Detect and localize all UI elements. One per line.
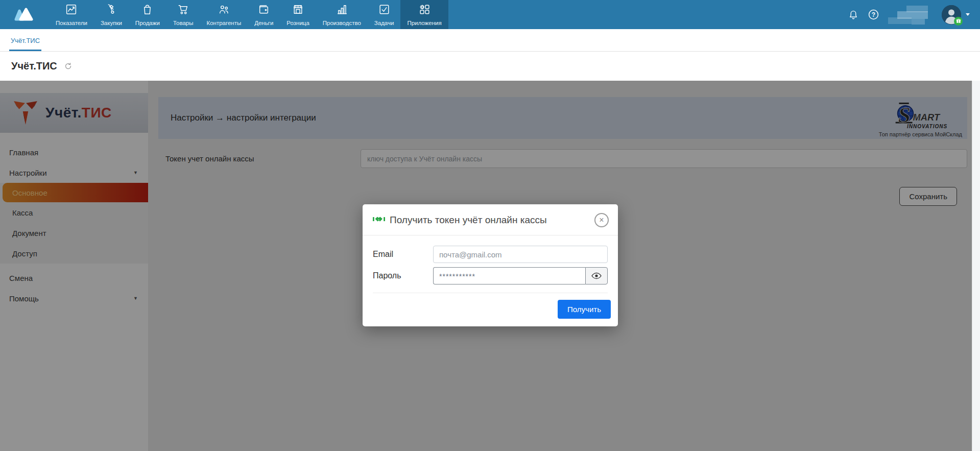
- money-wallet-icon: [257, 3, 270, 20]
- moysklad-cloud-icon: [14, 7, 35, 22]
- password-field-row: Пароль: [373, 267, 608, 284]
- password-input-group: [433, 267, 608, 284]
- nav-item-purchases[interactable]: Закупки: [94, 0, 129, 29]
- nav-item-apps[interactable]: Приложения: [400, 0, 448, 29]
- close-icon[interactable]: ×: [594, 213, 609, 227]
- nav-item-counterparties[interactable]: Контрагенты: [200, 0, 248, 29]
- modal-title: Получить токен учёт онлайн кассы: [390, 215, 547, 226]
- eye-icon: [591, 272, 602, 279]
- nav-label: Закупки: [101, 20, 122, 26]
- nav-label: Показатели: [56, 20, 87, 26]
- nav-label: Приложения: [407, 20, 441, 26]
- email-field-row: Email: [373, 246, 608, 263]
- email-field[interactable]: [433, 246, 608, 263]
- nav-label: Продажи: [135, 20, 160, 26]
- modal-footer: Получить: [363, 293, 618, 326]
- production-bars-icon: [336, 3, 348, 20]
- handshake-icon: [373, 215, 385, 225]
- nav-label: Розница: [286, 20, 309, 26]
- nav-item-production[interactable]: Производство: [316, 0, 368, 29]
- top-navigation-bar: Показатели Закупки Продажи Товары Контра…: [0, 0, 980, 29]
- modal-body: Email Пароль: [363, 235, 618, 293]
- app-header: Учёт.ТИС: [0, 52, 980, 81]
- nav-label: Задачи: [374, 20, 394, 26]
- password-label: Пароль: [373, 271, 433, 280]
- account-name-blurred[interactable]: [888, 4, 933, 26]
- tab-uchet-tis[interactable]: Учёт.ТИС: [9, 31, 41, 51]
- goods-cart-icon: [177, 3, 189, 20]
- nav-label: Деньги: [254, 20, 273, 26]
- page-title: Учёт.ТИС: [11, 60, 57, 72]
- refresh-icon[interactable]: [64, 62, 72, 70]
- nav-item-retail[interactable]: Розница: [280, 0, 316, 29]
- nav-item-tasks[interactable]: Задачи: [368, 0, 401, 29]
- app-tabs-row: Учёт.ТИС: [0, 29, 980, 52]
- get-token-modal: Получить токен учёт онлайн кассы × Email…: [363, 204, 618, 326]
- gift-badge-icon[interactable]: [954, 17, 963, 26]
- retail-store-icon: [292, 3, 304, 20]
- svg-text:?: ?: [872, 11, 875, 18]
- purchases-handtruck-icon: [105, 3, 117, 20]
- sales-bag-icon: [141, 3, 154, 20]
- show-password-button[interactable]: [585, 267, 608, 284]
- email-label: Email: [373, 250, 433, 259]
- notifications-bell-icon[interactable]: [848, 9, 859, 21]
- nav-item-goods[interactable]: Товары: [166, 0, 200, 29]
- nav-label: Товары: [173, 20, 194, 26]
- topbar-right-area: ?: [848, 0, 980, 29]
- password-field[interactable]: [433, 267, 585, 284]
- scrollbar-track[interactable]: [972, 81, 980, 451]
- nav-item-sales[interactable]: Продажи: [129, 0, 166, 29]
- apps-grid-gear-icon: [418, 3, 431, 20]
- nav-label: Контрагенты: [206, 20, 241, 26]
- counterparties-people-icon: [218, 3, 230, 20]
- user-menu-caret-icon[interactable]: [966, 13, 970, 16]
- tasks-checkbox-icon: [378, 3, 391, 20]
- moysklad-logo[interactable]: [0, 0, 49, 29]
- nav-label: Производство: [323, 20, 361, 26]
- main-menu: Показатели Закупки Продажи Товары Контра…: [49, 0, 448, 29]
- nav-item-indicators[interactable]: Показатели: [49, 0, 94, 29]
- get-token-button[interactable]: Получить: [558, 300, 611, 319]
- content-area: Учёт.ТИС Главная Настройки ▼ Основное Ка…: [0, 81, 980, 451]
- help-icon[interactable]: ?: [868, 9, 879, 20]
- nav-item-money[interactable]: Деньги: [248, 0, 280, 29]
- indicators-chart-icon: [65, 3, 78, 20]
- modal-header: Получить токен учёт онлайн кассы ×: [363, 204, 618, 235]
- user-avatar[interactable]: [942, 5, 961, 25]
